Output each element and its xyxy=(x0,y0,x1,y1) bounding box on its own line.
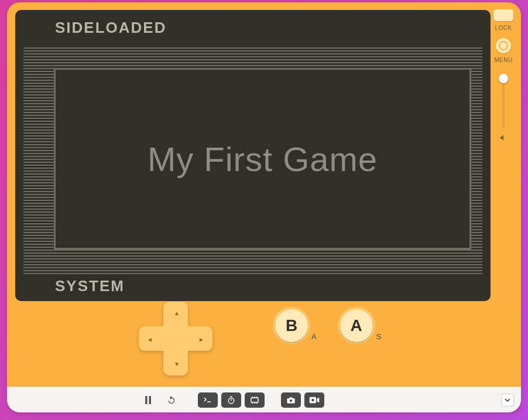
rewind-button[interactable] xyxy=(162,392,181,408)
svg-point-16 xyxy=(311,398,314,401)
console-icon xyxy=(203,396,213,404)
a-button-label: A xyxy=(351,316,362,335)
crank-slider[interactable] xyxy=(502,75,505,128)
svg-rect-0 xyxy=(145,396,148,404)
crank-slider-thumb[interactable] xyxy=(499,74,508,83)
menu-button[interactable] xyxy=(496,38,511,53)
side-controls: LOCK MENU xyxy=(492,9,515,142)
lock-label: LOCK xyxy=(495,25,512,31)
b-button-set: B A xyxy=(275,309,317,342)
dpad-left[interactable]: ◄ xyxy=(147,336,153,343)
screen-footer-label: SYSTEM xyxy=(15,277,491,301)
b-button[interactable]: B xyxy=(275,309,308,342)
action-buttons: B A A S xyxy=(275,309,381,342)
video-icon xyxy=(309,397,320,404)
screen-header-label: SIDELOADED xyxy=(15,10,491,37)
lock-button[interactable] xyxy=(493,9,513,21)
dpad-up[interactable]: ▲ xyxy=(174,310,180,316)
playdate-simulator: SIDELOADED My First Game SYSTEM LOCK MEN… xyxy=(7,2,521,412)
console-button[interactable] xyxy=(198,392,218,408)
record-button[interactable] xyxy=(304,392,324,408)
b-key-hint: A xyxy=(311,332,317,342)
dpad-right[interactable]: ► xyxy=(198,336,204,343)
game-title-text: My First Game xyxy=(148,139,378,179)
dpad: ▲ ▼ ◄ ► xyxy=(139,302,212,375)
profiler-button[interactable] xyxy=(221,392,241,408)
pause-button[interactable] xyxy=(138,392,158,408)
svg-point-14 xyxy=(290,399,292,402)
expand-toolbar-button[interactable] xyxy=(501,394,514,407)
bottom-toolbar xyxy=(7,387,521,412)
a-button-set: A S xyxy=(340,309,382,342)
svg-rect-2 xyxy=(203,396,213,404)
memory-button[interactable] xyxy=(245,392,265,408)
pause-icon xyxy=(145,396,152,404)
a-button[interactable]: A xyxy=(340,309,373,342)
svg-rect-1 xyxy=(149,396,152,404)
stopwatch-icon xyxy=(227,396,235,404)
chevron-down-icon xyxy=(505,398,510,402)
a-key-hint: S xyxy=(376,332,382,342)
dpad-down[interactable]: ▼ xyxy=(174,361,180,367)
device-screen: SIDELOADED My First Game SYSTEM xyxy=(15,10,491,301)
rewind-icon xyxy=(167,395,176,405)
volume-icon xyxy=(499,134,508,142)
chip-icon xyxy=(250,397,259,404)
screenshot-button[interactable] xyxy=(281,392,301,408)
menu-label: MENU xyxy=(494,57,512,63)
game-viewport: My First Game xyxy=(54,68,471,250)
b-button-label: B xyxy=(286,316,297,335)
svg-rect-7 xyxy=(251,398,258,402)
camera-icon xyxy=(286,397,296,404)
